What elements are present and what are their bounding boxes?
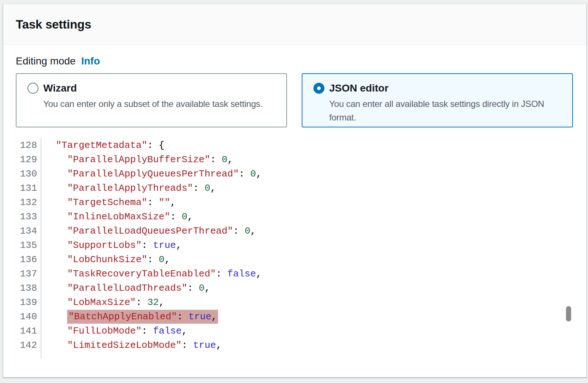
radio-button-wizard[interactable] xyxy=(27,83,38,94)
code-line[interactable]: 130 "ParallelApplyQueuesPerThread": 0, xyxy=(16,167,574,181)
editing-mode-row: Editing mode Info xyxy=(16,55,574,67)
option-head: Wizard xyxy=(27,82,277,94)
page-title: Task settings xyxy=(16,18,91,31)
option-tile-json-editor[interactable]: JSON editor You can enter all available … xyxy=(302,73,573,127)
code-text[interactable]: "ParallelApplyBufferSize": 0, xyxy=(41,153,233,167)
line-number: 141 xyxy=(16,324,41,338)
code-text[interactable]: "ParallelLoadThreads": 0, xyxy=(41,281,210,295)
line-number: 134 xyxy=(16,224,41,238)
code-text[interactable]: "ParallelApplyQueuesPerThread": 0, xyxy=(41,167,262,181)
panel-content: Editing mode Info Wizard You can enter o… xyxy=(3,45,586,358)
code-line[interactable]: 138 "ParallelLoadThreads": 0, xyxy=(16,281,574,295)
editing-mode-options: Wizard You can enter only a subset of th… xyxy=(16,73,574,127)
editing-mode-label: Editing mode xyxy=(16,55,76,67)
panel-header: Task settings xyxy=(3,4,586,45)
code-line[interactable]: 132 "TargetSchema": "", xyxy=(16,196,574,210)
code-text[interactable]: "LimitedSizeLobMode": true, xyxy=(41,338,222,353)
page: { "panel": { "title": "Task settings" },… xyxy=(0,0,588,383)
code-line[interactable]: 139 "LobMaxSize": 32, xyxy=(16,295,574,310)
code-text[interactable]: "TargetMetadata": { xyxy=(41,138,165,153)
line-number: 131 xyxy=(16,181,41,196)
line-number: 140 xyxy=(16,310,41,324)
scrollbar-thumb[interactable] xyxy=(566,306,571,321)
line-number: 139 xyxy=(16,295,41,310)
line-number: 130 xyxy=(16,167,41,181)
line-number: 129 xyxy=(16,153,41,167)
task-settings-panel: Task settings Editing mode Info Wizard Y… xyxy=(3,4,587,378)
code-line[interactable]: 134 "ParallelLoadQueuesPerThread": 0, xyxy=(16,224,574,238)
code-text[interactable]: "SupportLobs": true, xyxy=(41,238,182,253)
option-description: You can enter only a subset of the avail… xyxy=(43,97,277,111)
code-line[interactable]: 137 "TaskRecoveryTableEnabled": false, xyxy=(16,267,574,281)
code-text[interactable]: "LobChunkSize": 0, xyxy=(41,253,170,267)
code-line[interactable]: 135 "SupportLobs": true, xyxy=(16,238,574,253)
radio-button-json-editor[interactable] xyxy=(313,83,324,94)
code-text[interactable]: "ParallelApplyThreads": 0, xyxy=(41,181,216,196)
highlighted-code: "BatchApplyEnabled": true, xyxy=(67,310,218,324)
code-line[interactable]: 142 "LimitedSizeLobMode": true, xyxy=(16,338,574,353)
option-title: Wizard xyxy=(43,82,77,94)
code-line[interactable]: 129 "ParallelApplyBufferSize": 0, xyxy=(16,153,574,167)
line-number: 135 xyxy=(16,238,41,253)
code-line[interactable]: 136 "LobChunkSize": 0, xyxy=(16,253,574,267)
option-tile-wizard[interactable]: Wizard You can enter only a subset of th… xyxy=(16,73,287,127)
line-number: 128 xyxy=(16,138,41,153)
code-text[interactable]: "ParallelLoadQueuesPerThread": 0, xyxy=(41,224,256,238)
line-number: 137 xyxy=(16,267,41,281)
line-number: 138 xyxy=(16,281,41,295)
code-text[interactable]: "TaskRecoveryTableEnabled": false, xyxy=(41,267,262,281)
line-number: 133 xyxy=(16,210,41,224)
option-title: JSON editor xyxy=(329,82,389,94)
option-head: JSON editor xyxy=(313,82,563,94)
line-number: 132 xyxy=(16,196,41,210)
code-text[interactable]: "TargetSchema": "", xyxy=(41,196,176,210)
code-text[interactable]: "LobMaxSize": 32, xyxy=(41,295,165,310)
code-line[interactable]: 131 "ParallelApplyThreads": 0, xyxy=(16,181,574,196)
code-line[interactable]: 140 "BatchApplyEnabled": true, xyxy=(16,310,574,324)
code-line[interactable]: 133 "InlineLobMaxSize": 0, xyxy=(16,210,574,224)
code-editor[interactable]: 128 "TargetMetadata": {129 "ParallelAppl… xyxy=(16,138,574,358)
code-text[interactable]: "FullLobMode": false, xyxy=(41,324,187,338)
code-line[interactable]: 128 "TargetMetadata": { xyxy=(16,138,574,153)
code-line[interactable]: 141 "FullLobMode": false, xyxy=(16,324,574,338)
line-number: 142 xyxy=(16,338,41,353)
code-text[interactable]: "InlineLobMaxSize": 0, xyxy=(41,210,193,224)
info-link[interactable]: Info xyxy=(81,55,100,67)
line-number: 136 xyxy=(16,253,41,267)
option-description: You can enter all available task setting… xyxy=(329,97,563,124)
code-text[interactable]: "BatchApplyEnabled": true, xyxy=(41,310,218,324)
